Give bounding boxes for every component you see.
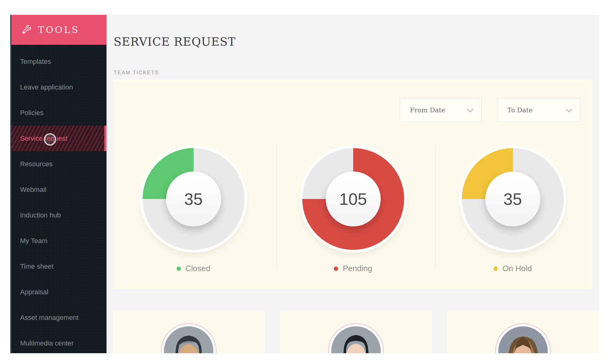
legend: Pending (334, 264, 372, 273)
legend: On Hold (493, 264, 532, 273)
avatar-woman-long-hair (498, 326, 548, 353)
sidebar-item-leave-application[interactable]: Leave application (11, 74, 107, 100)
app-window: TOOLS Templates Leave application Polici… (10, 15, 599, 353)
sidebar-item-induction-hub[interactable]: Induction hub (11, 202, 107, 228)
main-content: SERVICE REQUEST TEAM TICKETS From Date T… (107, 15, 599, 353)
sidebar-item-label: Induction hub (20, 211, 61, 219)
sidebar-item-webmail[interactable]: Webmail (11, 177, 107, 202)
chevron-down-icon (566, 106, 572, 112)
ticket-count: 35 (184, 189, 203, 209)
sidebar-item-label: Appraisal (20, 288, 48, 296)
sidebar-item-label: Asset management (20, 314, 79, 322)
legend-dot-icon (334, 267, 338, 271)
avatar-man-dark-hair (331, 326, 381, 353)
from-date-label: From Date (410, 106, 445, 114)
sidebar-item-label: Resources (20, 160, 52, 168)
legend-label: Closed (186, 264, 211, 273)
donut-chart: 35 (462, 148, 564, 250)
ticket-gauge: 35 Closed (114, 148, 273, 273)
sidebar-item-my-team[interactable]: My Team (11, 228, 107, 254)
sidebar-item-label: Policies (20, 109, 44, 117)
ticket-count: 105 (339, 189, 367, 209)
team-tickets-panel: From Date To Date 35 Closed 105 (114, 80, 592, 289)
sidebar-item-label: Service request (20, 134, 67, 143)
sidebar-nav: Templates Leave application Policies Ser… (11, 45, 107, 353)
sidebar-item-time-sheet[interactable]: Time sheet (11, 254, 107, 279)
sidebar: TOOLS Templates Leave application Polici… (10, 15, 107, 353)
from-date-dropdown[interactable]: From Date (400, 98, 482, 122)
donut-chart: 105 (302, 148, 404, 250)
sidebar-item-resources[interactable]: Resources (11, 151, 107, 177)
avatar-man-gray-hair (164, 326, 213, 353)
section-label: TEAM TICKETS (114, 70, 159, 76)
sidebar-item-multimedia-center[interactable]: Multimedia center (11, 330, 107, 353)
donut-chart: 35 (143, 148, 245, 250)
sidebar-item-label: My Team (20, 237, 48, 245)
legend: Closed (177, 264, 211, 273)
sidebar-item-policies[interactable]: Policies (11, 100, 107, 126)
to-date-dropdown[interactable]: To Date (497, 98, 580, 122)
sidebar-title: TOOLS (38, 24, 80, 35)
sidebar-item-label: Templates (20, 58, 51, 66)
donut-row: 35 Closed 105 Pending 35 On Hold (114, 148, 592, 273)
to-date-label: To Date (507, 106, 533, 114)
sidebar-item-label: Multimedia center (20, 339, 74, 347)
legend-dot-icon (493, 267, 498, 271)
ticket-gauge: 105 Pending (273, 148, 433, 273)
sidebar-item-asset-management[interactable]: Asset management (11, 305, 107, 330)
wrench-icon (21, 24, 32, 35)
sidebar-item-appraisal[interactable]: Appraisal (11, 279, 107, 305)
sidebar-item-label: Webmail (20, 186, 46, 194)
team-member-card[interactable] (447, 310, 599, 353)
sidebar-item-templates[interactable]: Templates (11, 49, 107, 74)
legend-label: On Hold (502, 264, 532, 273)
ticket-gauge: 35 On Hold (433, 148, 592, 273)
page-title: SERVICE REQUEST (114, 35, 236, 48)
chevron-down-icon (467, 106, 473, 112)
legend-dot-icon (177, 267, 181, 271)
sidebar-header: TOOLS (11, 15, 107, 45)
sidebar-item-service-request[interactable]: Service request (11, 126, 107, 151)
team-member-cards (113, 310, 599, 353)
sidebar-item-label: Time sheet (20, 263, 53, 271)
sidebar-item-label: Leave application (20, 83, 73, 91)
team-member-card[interactable] (280, 310, 432, 353)
legend-label: Pending (343, 264, 372, 273)
ticket-count: 35 (503, 189, 522, 209)
team-member-card[interactable] (113, 310, 265, 353)
